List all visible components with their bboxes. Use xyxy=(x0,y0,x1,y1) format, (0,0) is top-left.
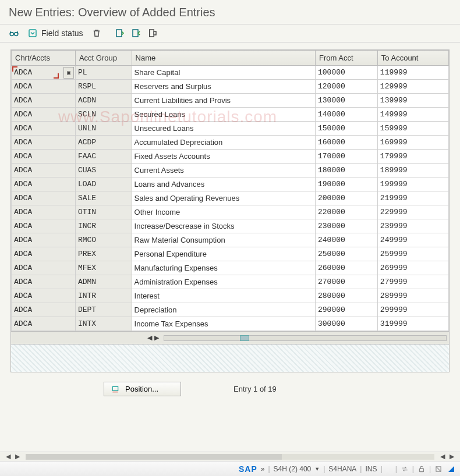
cell-from[interactable]: 300000 xyxy=(316,317,378,331)
cell-name[interactable]: Current Assets xyxy=(132,164,315,177)
cell-chrt[interactable]: ADCA xyxy=(12,303,76,317)
cell-name[interactable]: Secured Loans xyxy=(132,108,315,122)
table-row[interactable]: ADCA▣PLShare Capital100000119999 xyxy=(12,66,449,80)
cell-name[interactable]: Administration Expenses xyxy=(132,275,315,289)
table-row[interactable]: ADCAMFEXManufacturing Expenses2600002699… xyxy=(12,261,449,275)
cell-group[interactable]: OTIN xyxy=(75,205,132,219)
cell-group[interactable]: PL xyxy=(75,66,132,80)
cell-name[interactable]: Income Tax Expenses xyxy=(132,317,315,331)
resize-grip-icon[interactable] xyxy=(448,466,454,472)
table-row[interactable]: ADCALOADLoans and Advances190000199999 xyxy=(12,177,449,191)
cell-from[interactable]: 140000 xyxy=(316,108,378,122)
cell-from[interactable]: 100000 xyxy=(316,66,378,80)
table-row[interactable]: ADCAFAACFixed Assets Accounts17000017999… xyxy=(12,150,449,164)
cell-group[interactable]: SCLN xyxy=(75,108,132,122)
cell-group[interactable]: ACDN xyxy=(75,94,132,108)
window-scroll-right-icon[interactable]: ▶ xyxy=(13,453,22,460)
cell-chrt[interactable]: ADCA xyxy=(12,247,76,261)
cell-group[interactable]: ACDP xyxy=(75,136,132,150)
cell-name[interactable]: Reservers and Surplus xyxy=(132,80,315,94)
cell-chrt[interactable]: ADCA xyxy=(12,150,76,164)
cell-from[interactable]: 180000 xyxy=(316,164,378,177)
col-header-chrt[interactable]: Chrt/Accts xyxy=(12,51,76,66)
cell-from[interactable]: 270000 xyxy=(316,275,378,289)
table-row[interactable]: ADCAADMNAdministration Expenses270000279… xyxy=(12,275,449,289)
cell-from[interactable]: 250000 xyxy=(316,247,378,261)
cell-to[interactable]: 239999 xyxy=(377,219,448,233)
table-row[interactable]: ADCASALESales and Operating Revenues2000… xyxy=(12,191,449,205)
cell-chrt[interactable]: ADCA xyxy=(12,164,76,177)
cell-to[interactable]: 199999 xyxy=(377,177,448,191)
cell-chrt[interactable]: ADCA xyxy=(12,177,76,191)
cell-chrt[interactable]: ADCA xyxy=(12,94,76,108)
cell-group[interactable]: LOAD xyxy=(75,177,132,191)
table-row[interactable]: ADCAINTXIncome Tax Expenses300000319999 xyxy=(12,317,449,331)
position-button[interactable]: Position... xyxy=(104,382,181,396)
field-status-button[interactable]: Field status xyxy=(27,28,83,38)
window-scroll-left-icon[interactable]: ◀ xyxy=(3,453,13,460)
cell-group[interactable]: RSPL xyxy=(75,80,132,94)
scroll-right-icon[interactable]: ▶ xyxy=(154,334,159,342)
cell-group[interactable]: INTR xyxy=(75,289,132,303)
table-row[interactable]: ADCARSPLReservers and Surplus12000012999… xyxy=(12,80,449,94)
cell-to[interactable]: 279999 xyxy=(377,275,448,289)
cell-to[interactable]: 299999 xyxy=(377,303,448,317)
cell-name[interactable]: Interest xyxy=(132,289,315,303)
deselect-all-icon[interactable] xyxy=(131,28,141,38)
cell-chrt[interactable]: ADCA xyxy=(12,191,76,205)
col-header-name[interactable]: Name xyxy=(132,51,315,66)
configure-icon[interactable] xyxy=(147,28,158,38)
cell-name[interactable]: Increase/Descrease in Stocks xyxy=(132,219,315,233)
cell-chrt[interactable]: ADCA xyxy=(12,233,76,247)
cell-name[interactable]: Unsecured Loans xyxy=(132,122,315,136)
col-header-group[interactable]: Acct Group xyxy=(75,51,132,66)
cell-from[interactable]: 170000 xyxy=(316,150,378,164)
window-scroll-right2-icon[interactable]: ▶ xyxy=(447,453,457,460)
cell-to[interactable]: 229999 xyxy=(377,205,448,219)
cell-group[interactable]: UNLN xyxy=(75,122,132,136)
cell-name[interactable]: Raw Material Consumption xyxy=(132,233,315,247)
cell-to[interactable]: 179999 xyxy=(377,150,448,164)
cell-name[interactable]: Manufacturing Expenses xyxy=(132,261,315,275)
table-row[interactable]: ADCAACDPAccumulated Depreciation16000016… xyxy=(12,136,449,150)
table-row[interactable]: ADCAOTINOther Income220000229999 xyxy=(12,205,449,219)
cell-from[interactable]: 120000 xyxy=(316,80,378,94)
window-scroll-left2-icon[interactable]: ◀ xyxy=(438,453,447,460)
cell-from[interactable]: 130000 xyxy=(316,94,378,108)
cell-to[interactable]: 289999 xyxy=(377,289,448,303)
cell-name[interactable]: Personal Expenditure xyxy=(132,247,315,261)
cell-chrt[interactable]: ADCA xyxy=(12,80,76,94)
scroll-left-icon[interactable]: ◀ xyxy=(147,334,152,342)
cell-from[interactable]: 290000 xyxy=(316,303,378,317)
cell-from[interactable]: 200000 xyxy=(316,191,378,205)
cell-group[interactable]: INTX xyxy=(75,317,132,331)
glasses-icon[interactable] xyxy=(9,28,19,38)
cell-chrt[interactable]: ADCA xyxy=(12,219,76,233)
cell-from[interactable]: 150000 xyxy=(316,122,378,136)
cell-to[interactable]: 269999 xyxy=(377,261,448,275)
cell-to[interactable]: 169999 xyxy=(377,136,448,150)
cell-chrt[interactable]: ADCA xyxy=(12,275,76,289)
cell-to[interactable]: 129999 xyxy=(377,80,448,94)
cell-group[interactable]: RMCO xyxy=(75,233,132,247)
cell-chrt[interactable]: ADCA xyxy=(12,205,76,219)
cell-name[interactable]: Current Liabilities and Provis xyxy=(132,94,315,108)
cell-name[interactable]: Depreciation xyxy=(132,303,315,317)
value-help-icon[interactable]: ▣ xyxy=(63,67,74,79)
cell-group[interactable]: MFEX xyxy=(75,261,132,275)
cell-name[interactable]: Accumulated Depreciation xyxy=(132,136,315,150)
table-row[interactable]: ADCAINCRIncrease/Descrease in Stocks2300… xyxy=(12,219,449,233)
cell-group[interactable]: PREX xyxy=(75,247,132,261)
cell-group[interactable]: INCR xyxy=(75,219,132,233)
cell-to[interactable]: 249999 xyxy=(377,233,448,247)
cell-name[interactable]: Share Capital xyxy=(132,66,315,80)
cell-group[interactable]: FAAC xyxy=(75,150,132,164)
cell-to[interactable]: 149999 xyxy=(377,108,448,122)
select-all-icon[interactable] xyxy=(115,28,125,38)
cell-to[interactable]: 319999 xyxy=(377,317,448,331)
cell-name[interactable]: Other Income xyxy=(132,205,315,219)
cell-to[interactable]: 259999 xyxy=(377,247,448,261)
cell-to[interactable]: 119999 xyxy=(377,66,448,80)
table-row[interactable]: ADCAPREXPersonal Expenditure250000259999 xyxy=(12,247,449,261)
cell-chrt[interactable]: ADCA xyxy=(12,136,76,150)
